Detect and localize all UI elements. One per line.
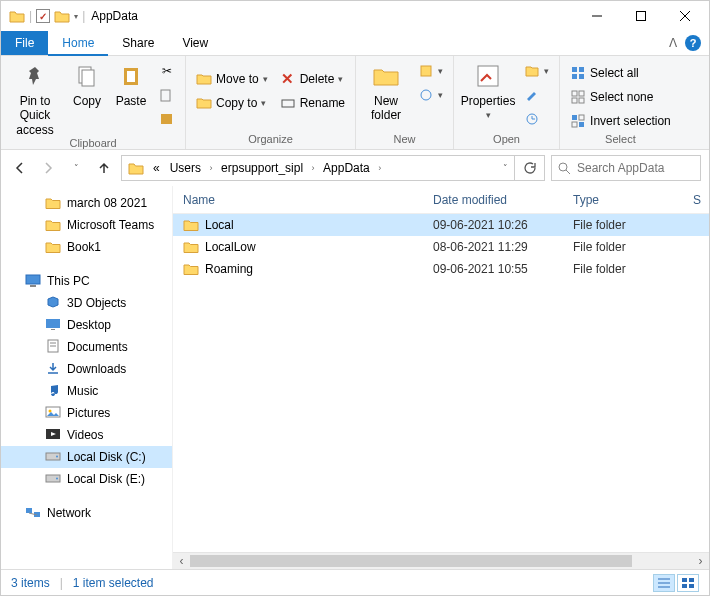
table-row[interactable]: Local09-06-2021 10:26File folder [173, 214, 709, 236]
tree-item[interactable]: march 08 2021 [1, 192, 172, 214]
row-type: File folder [573, 218, 693, 232]
breadcrumb-prefix[interactable]: « [148, 156, 165, 180]
svg-rect-17 [572, 74, 577, 79]
qat-dropdown[interactable]: ▾ [74, 12, 78, 21]
tab-view[interactable]: View [168, 31, 222, 55]
ribbon-collapse-icon[interactable]: ᐱ [669, 36, 677, 50]
navigation-bar: ˅ « Users›erpsupport_sipl›AppData› ˅ Sea… [1, 150, 709, 186]
tree-this-pc[interactable]: This PC [1, 270, 172, 292]
back-button[interactable] [9, 157, 31, 179]
tree-item[interactable]: Documents [1, 336, 172, 358]
properties-button[interactable]: Properties▾ [460, 58, 516, 121]
forward-button[interactable] [37, 157, 59, 179]
svg-rect-31 [46, 319, 60, 328]
row-name: Local [205, 218, 234, 232]
rename-button[interactable]: Rename [276, 92, 349, 114]
invert-selection-button[interactable]: Invert selection [566, 110, 675, 132]
thumbnails-view-button[interactable] [677, 574, 699, 592]
minimize-button[interactable] [575, 2, 619, 30]
breadcrumb-item[interactable]: Users [165, 156, 206, 180]
svg-rect-20 [579, 91, 584, 96]
new-folder-button[interactable]: New folder [362, 58, 410, 123]
tab-home[interactable]: Home [48, 31, 108, 55]
row-name: Roaming [205, 262, 253, 276]
col-size[interactable]: S [693, 193, 709, 207]
tab-share[interactable]: Share [108, 31, 168, 55]
paste-shortcut-button[interactable] [155, 108, 179, 130]
cut-button[interactable]: ✂ [155, 60, 179, 82]
new-item-button[interactable]: ▾ [414, 60, 447, 82]
breadcrumb-sep[interactable]: › [308, 163, 318, 173]
column-headers[interactable]: Name Date modified Type S [173, 186, 709, 214]
maximize-button[interactable] [619, 2, 663, 30]
svg-rect-5 [82, 70, 94, 86]
copy-button[interactable]: Copy [67, 58, 107, 108]
col-name[interactable]: Name [183, 193, 433, 207]
breadcrumb-item[interactable]: erpsupport_sipl [216, 156, 308, 180]
breadcrumb-sep[interactable]: › [206, 163, 216, 173]
svg-rect-21 [572, 98, 577, 103]
col-type[interactable]: Type [573, 193, 693, 207]
table-row[interactable]: LocalLow08-06-2021 11:29File folder [173, 236, 709, 258]
tree-item[interactable]: Videos [1, 424, 172, 446]
move-to-button[interactable]: Move to▾ [192, 68, 272, 90]
select-all-label: Select all [590, 66, 639, 80]
scroll-left-button[interactable]: ‹ [173, 553, 190, 570]
scroll-thumb[interactable] [190, 555, 632, 567]
this-pc-label: This PC [47, 274, 90, 288]
copy-path-button[interactable] [155, 84, 179, 106]
rename-label: Rename [300, 96, 345, 110]
details-view-button[interactable] [653, 574, 675, 592]
ribbon-tabs: File Home Share View ᐱ ? [1, 31, 709, 56]
tree-item[interactable]: Local Disk (E:) [1, 468, 172, 490]
drive-icon [45, 361, 61, 378]
svg-rect-10 [282, 100, 294, 107]
qat-properties-icon[interactable]: ✓ [36, 9, 50, 23]
svg-rect-30 [30, 285, 36, 287]
svg-rect-52 [682, 584, 687, 588]
easy-access-button[interactable]: ▾ [414, 84, 447, 106]
history-button[interactable] [520, 108, 553, 130]
close-button[interactable] [663, 2, 707, 30]
tree-item[interactable]: Microsoft Teams [1, 214, 172, 236]
tree-item[interactable]: Local Disk (C:) [1, 446, 172, 468]
svg-point-38 [49, 409, 52, 412]
delete-button[interactable]: ✕Delete▾ [276, 68, 349, 90]
search-input[interactable]: Search AppData [551, 155, 701, 181]
scroll-right-button[interactable]: › [692, 553, 709, 570]
tree-label: Desktop [67, 318, 111, 332]
breadcrumb-item[interactable]: AppData [318, 156, 375, 180]
tree-item[interactable]: Music [1, 380, 172, 402]
tab-file[interactable]: File [1, 31, 48, 55]
table-row[interactable]: Roaming09-06-2021 10:55File folder [173, 258, 709, 280]
help-icon[interactable]: ? [685, 35, 701, 51]
select-all-button[interactable]: Select all [566, 62, 675, 84]
row-date: 08-06-2021 11:29 [433, 240, 573, 254]
breadcrumb-sep[interactable]: › [375, 163, 385, 173]
copy-to-button[interactable]: Copy to▾ [192, 92, 272, 114]
tree-item[interactable]: Downloads [1, 358, 172, 380]
edit-button[interactable] [520, 84, 553, 106]
tree-label: Downloads [67, 362, 126, 376]
refresh-button[interactable] [514, 155, 542, 181]
tree-network[interactable]: Network [1, 502, 172, 524]
tree-item[interactable]: Desktop [1, 314, 172, 336]
svg-rect-16 [579, 67, 584, 72]
drive-icon [45, 339, 61, 356]
select-none-button[interactable]: Select none [566, 86, 675, 108]
tree-item[interactable]: 3D Objects [1, 292, 172, 314]
recent-locations-button[interactable]: ˅ [65, 157, 87, 179]
pin-to-quick-access-button[interactable]: Pin to Quick access [7, 58, 63, 137]
horizontal-scrollbar[interactable]: ‹ › [173, 552, 709, 569]
up-button[interactable] [93, 157, 115, 179]
col-date[interactable]: Date modified [433, 193, 573, 207]
address-dropdown[interactable]: ˅ [497, 163, 514, 173]
svg-rect-8 [161, 90, 170, 101]
row-date: 09-06-2021 10:26 [433, 218, 573, 232]
tree-item[interactable]: Book1 [1, 236, 172, 258]
folder-icon [45, 241, 61, 254]
address-bar[interactable]: « Users›erpsupport_sipl›AppData› ˅ [121, 155, 545, 181]
paste-button[interactable]: Paste [111, 58, 151, 108]
tree-item[interactable]: Pictures [1, 402, 172, 424]
open-button[interactable]: ▾ [520, 60, 553, 82]
